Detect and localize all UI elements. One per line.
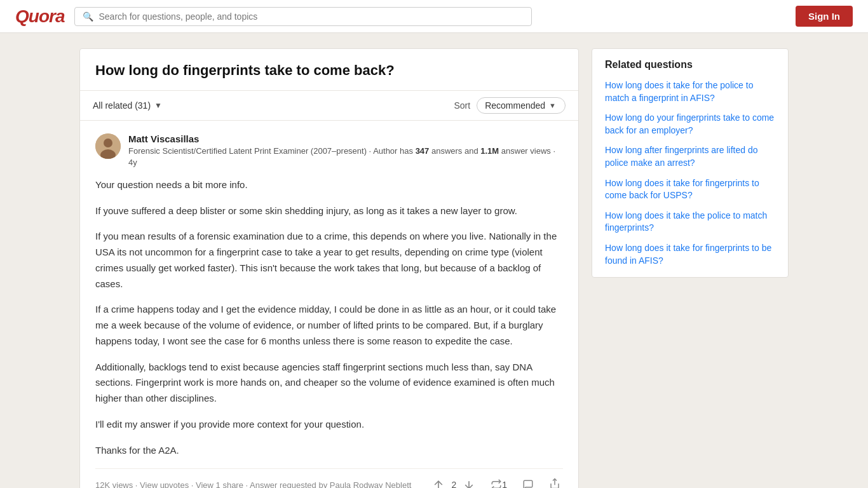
answer-block: Matt Viscasillas Forensic Scientist/Cert…	[80, 121, 578, 488]
answer-footer: 12K views · View upvotes · View 1 share …	[95, 468, 563, 488]
share-button[interactable]	[546, 477, 563, 488]
upvote-count: 2	[451, 480, 456, 488]
question-title-bar: How long do fingerprints take to come ba…	[80, 49, 578, 91]
sort-value: Recommended	[485, 100, 545, 111]
chevron-down-icon: ▼	[549, 102, 556, 109]
sort-dropdown[interactable]: Recommended ▼	[477, 97, 566, 114]
list-item: How long does it take for fingerprints t…	[605, 242, 775, 267]
sign-in-button[interactable]: Sign In	[796, 6, 853, 27]
sort-area: Sort Recommended ▼	[454, 97, 566, 114]
author-views: 1.1M	[480, 146, 499, 156]
related-question-link-2[interactable]: How long do your fingerprints take to co…	[605, 112, 774, 135]
downvote-button[interactable]	[460, 477, 478, 488]
footer-actions: 2 1	[430, 477, 563, 488]
related-question-link-5[interactable]: How long does it take the police to matc…	[605, 210, 767, 233]
sort-label: Sort	[454, 100, 470, 111]
header-right: Sign In	[796, 6, 853, 27]
author-bio: Forensic Scientist/Certified Latent Prin…	[128, 146, 563, 168]
comment-icon	[522, 479, 534, 488]
sidebar: Related questions How long does it take …	[592, 48, 789, 278]
chevron-down-icon: ▼	[154, 101, 162, 110]
share-icon	[549, 478, 560, 488]
related-question-link-4[interactable]: How long does it take for fingerprints t…	[605, 178, 759, 201]
list-item: How long does it take the police to matc…	[605, 210, 775, 234]
question-panel: How long do fingerprints take to come ba…	[79, 48, 579, 488]
related-questions-title: Related questions	[605, 59, 775, 71]
upvote-button[interactable]	[430, 477, 447, 488]
footer-stats: 12K views · View upvotes · View 1 share …	[95, 480, 411, 488]
avatar-svg	[95, 133, 121, 159]
list-item: How long does it take for the police to …	[605, 79, 775, 104]
author-name[interactable]: Matt Viscasillas	[128, 133, 563, 144]
quora-logo[interactable]: Quora	[15, 6, 64, 27]
answer-paragraph-6: I'll edit my answer if you provide more …	[95, 417, 563, 433]
author-bio-mid: answers and	[429, 146, 480, 156]
author-answers: 347	[416, 146, 430, 156]
avatar	[95, 133, 121, 159]
related-question-link-6[interactable]: How long does it take for fingerprints t…	[605, 243, 771, 266]
search-bar: 🔍	[74, 7, 532, 26]
reshare-button[interactable]: 1	[488, 478, 510, 488]
author-info: Matt Viscasillas Forensic Scientist/Cert…	[128, 133, 563, 168]
related-question-link-3[interactable]: How long after fingerprints are lifted d…	[605, 145, 757, 168]
reshare-count: 1	[502, 480, 507, 488]
list-item: How long does it take for fingerprints t…	[605, 177, 775, 202]
answer-paragraph-4: If a crime happens today and I get the e…	[95, 302, 563, 349]
answers-filter-bar: All related (31) ▼ Sort Recommended ▼	[80, 91, 578, 121]
author-bio-prefix: Forensic Scientist/Certified Latent Prin…	[128, 146, 416, 156]
search-icon: 🔍	[83, 11, 93, 22]
search-input[interactable]	[98, 11, 524, 22]
all-related-label: All related (31)	[93, 100, 151, 111]
reshare-icon	[491, 479, 502, 488]
related-questions-card: Related questions How long does it take …	[592, 48, 789, 278]
answer-body: Your question needs a bit more info. If …	[95, 177, 563, 459]
svg-point-1	[104, 139, 112, 147]
answer-paragraph-2: If youve suffered a deep blister or some…	[95, 203, 563, 219]
vote-area: 2	[430, 477, 478, 488]
all-related-filter[interactable]: All related (31) ▼	[93, 100, 162, 111]
list-item: How long after fingerprints are lifted d…	[605, 144, 775, 169]
related-questions-list: How long does it take for the police to …	[605, 79, 775, 267]
upvote-icon	[432, 478, 445, 488]
author-row: Matt Viscasillas Forensic Scientist/Cert…	[95, 133, 563, 168]
answer-paragraph-7: Thanks for the A2A.	[95, 443, 563, 459]
list-item: How long do your fingerprints take to co…	[605, 112, 775, 137]
downvote-icon	[463, 478, 475, 488]
related-question-link-1[interactable]: How long does it take for the police to …	[605, 80, 753, 103]
answer-paragraph-5: Additionally, backlogs tend to exist bec…	[95, 360, 563, 407]
answer-paragraph-3: If you mean results of a forensic examin…	[95, 229, 563, 292]
header: Quora 🔍 Sign In	[0, 0, 868, 33]
question-title: How long do fingerprints take to come ba…	[95, 62, 563, 80]
answer-paragraph-1: Your question needs a bit more info.	[95, 177, 563, 193]
comment-button[interactable]	[520, 478, 536, 488]
main-layout: How long do fingerprints take to come ba…	[72, 33, 796, 488]
